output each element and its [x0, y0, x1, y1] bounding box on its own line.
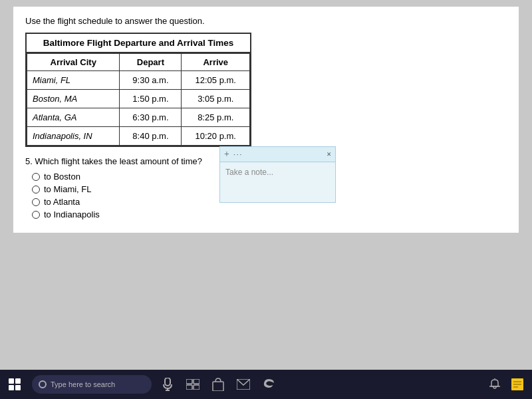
table-title: Baltimore Flight Departure and Arrival T…: [27, 34, 250, 53]
store-icon[interactable]: [206, 370, 230, 399]
svg-rect-5: [186, 385, 192, 390]
radio-button[interactable]: [32, 198, 40, 206]
cell-arrive: 3:05 p.m.: [182, 90, 250, 108]
document-area: Use the flight schedule to answer the qu…: [13, 7, 519, 233]
start-button[interactable]: [0, 370, 29, 399]
col-header-arrive: Arrive: [182, 54, 250, 71]
cell-depart: 8:40 p.m.: [120, 127, 182, 146]
taskbar-right-area: [484, 370, 532, 399]
svg-rect-4: [194, 379, 200, 384]
radio-button[interactable]: [32, 186, 40, 194]
taskbar: Type here to search: [0, 370, 532, 399]
sticky-placeholder-text: Take a note...: [225, 168, 273, 177]
cell-arrive: 10:20 p.m.: [182, 127, 250, 146]
sticky-note-body[interactable]: Take a note...: [220, 162, 335, 202]
search-icon: [39, 380, 47, 388]
svg-rect-3: [186, 379, 192, 384]
svg-rect-7: [213, 382, 223, 391]
cell-city: Boston, MA: [27, 90, 120, 108]
cell-depart: 6:30 p.m.: [120, 108, 182, 127]
option-label: to Indianapolis: [44, 209, 100, 219]
table-row: Indianapolis, IN 8:40 p.m. 10:20 p.m.: [27, 127, 250, 146]
svg-rect-0: [165, 378, 170, 386]
instruction-text: Use the flight schedule to answer the qu…: [25, 16, 507, 26]
question-number: 5.: [25, 156, 35, 166]
radio-button[interactable]: [32, 173, 40, 181]
table-row: Atlanta, GA 6:30 p.m. 8:25 p.m.: [27, 108, 250, 127]
windows-logo-icon: [9, 378, 21, 390]
cell-city: Indianapolis, IN: [27, 127, 120, 146]
mic-icon[interactable]: [156, 370, 180, 399]
sticky-notes-icon[interactable]: [507, 370, 528, 399]
sticky-note-header: + ··· ×: [220, 147, 335, 162]
taskbar-search-box[interactable]: Type here to search: [32, 375, 152, 394]
edge-icon[interactable]: [257, 370, 281, 399]
cell-arrive: 8:25 p.m.: [182, 108, 250, 127]
col-header-city: Arrival City: [27, 54, 120, 71]
option-label: to Miami, FL: [44, 184, 92, 194]
cell-depart: 1:50 p.m.: [120, 90, 182, 108]
radio-button[interactable]: [32, 211, 40, 219]
cell-arrive: 12:05 p.m.: [182, 71, 250, 90]
flight-table: Arrival City Depart Arrive Miami, FL 9:3…: [27, 53, 250, 146]
option-item[interactable]: to Indianapolis: [32, 209, 507, 219]
search-placeholder-text: Type here to search: [51, 380, 115, 388]
sticky-plus-icon[interactable]: +: [224, 149, 229, 160]
table-header-row: Arrival City Depart Arrive: [27, 54, 250, 71]
question-body: Which flight takes the least amount of t…: [35, 156, 201, 166]
task-view-icon[interactable]: [181, 370, 205, 399]
option-label: to Boston: [44, 172, 80, 182]
taskbar-center-icons: [156, 370, 281, 399]
table-row: Boston, MA 1:50 p.m. 3:05 p.m.: [27, 90, 250, 108]
sticky-close-icon[interactable]: ×: [327, 150, 331, 160]
option-label: to Atlanta: [44, 197, 80, 207]
flight-table-wrapper: Baltimore Flight Departure and Arrival T…: [25, 33, 251, 147]
cell-city: Miami, FL: [27, 71, 120, 90]
sticky-note-popup: + ··· × Take a note...: [219, 146, 336, 203]
notification-icon[interactable]: [484, 370, 505, 399]
cell-city: Atlanta, GA: [27, 108, 120, 127]
col-header-depart: Depart: [120, 54, 182, 71]
cell-depart: 9:30 a.m.: [120, 71, 182, 90]
mail-icon[interactable]: [231, 370, 255, 399]
svg-rect-6: [194, 385, 200, 390]
sticky-dots-icon[interactable]: ···: [233, 150, 243, 158]
table-row: Miami, FL 9:30 a.m. 12:05 p.m.: [27, 71, 250, 90]
